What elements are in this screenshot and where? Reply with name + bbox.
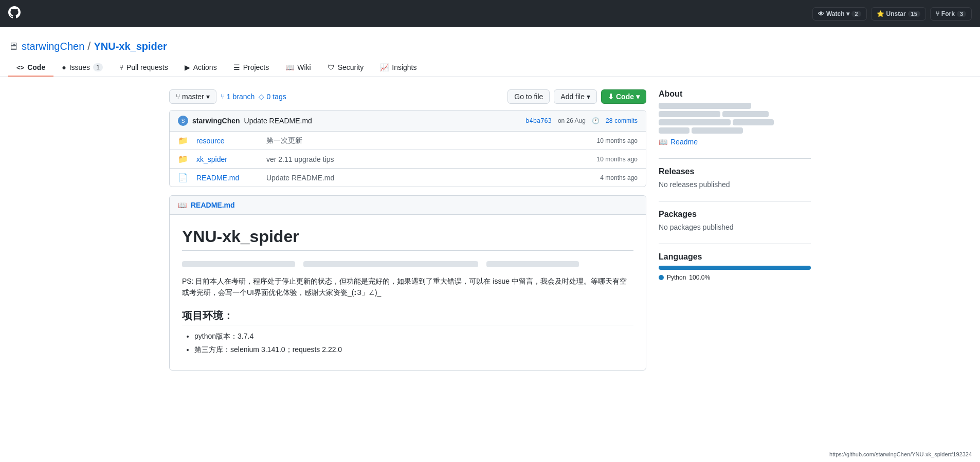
table-row: 📁 resource 第一次更新 10 months ago	[170, 132, 646, 150]
sidebar-divider	[659, 158, 811, 159]
blurred-text	[659, 119, 731, 125]
table-row: 📄 README.md Update README.md 4 months ag…	[170, 169, 646, 187]
blurred-text	[303, 261, 478, 267]
pr-icon: ⑂	[119, 63, 123, 71]
python-lang-dot	[659, 275, 664, 280]
list-item: 第三方库：selenium 3.141.0；requests 2.22.0	[194, 344, 633, 355]
add-file-button[interactable]: Add file ▾	[554, 89, 597, 104]
commit-author-link[interactable]: starwingChen	[192, 117, 240, 125]
readme-link[interactable]: 📖 Readme	[659, 138, 811, 146]
repo-name-link[interactable]: YNU-xk_spider	[94, 41, 167, 52]
language-name: Python	[667, 274, 686, 281]
branch-selector[interactable]: ⑂ master ▾	[169, 89, 216, 104]
sidebar-packages-title: Packages	[659, 210, 811, 219]
commits-count-link[interactable]: 28 commits	[606, 117, 638, 124]
readme-title: YNU-xk_spider	[182, 227, 633, 251]
eye-icon: 👁	[818, 10, 824, 17]
commit-left: S starwingChen Update README.md	[178, 116, 312, 126]
tab-code[interactable]: <> Code	[8, 59, 53, 77]
tab-actions[interactable]: ▶ Actions	[176, 59, 225, 77]
readme-section: 📖 README.md YNU-xk_spider PS: 目前本人在考研，程序…	[169, 195, 646, 371]
folder-icon: 📁	[178, 154, 188, 164]
main-content: ⑂ master ▾ ⑂ 1 branch ◇ 0 tags Go to fil…	[161, 77, 819, 383]
branches-link[interactable]: ⑂ 1 branch	[221, 93, 255, 101]
star-icon: ⭐	[877, 10, 884, 17]
svg-text:S: S	[182, 118, 185, 124]
book-icon: 📖	[178, 201, 187, 209]
repo-nav: <> Code ● Issues 1 ⑂ Pull requests ▶ Act…	[8, 59, 972, 77]
wiki-icon: 📖	[285, 63, 294, 71]
tab-projects[interactable]: ☰ Projects	[225, 59, 278, 77]
branch-left: ⑂ master ▾ ⑂ 1 branch ◇ 0 tags	[169, 89, 286, 104]
add-file-dropdown-icon: ▾	[587, 93, 590, 101]
sidebar-releases: Releases No releases published	[659, 167, 811, 189]
issues-icon: ●	[62, 63, 66, 71]
monitor-icon: 🖥	[8, 41, 19, 52]
sidebar-packages: Packages No packages published	[659, 210, 811, 231]
insights-icon: 📈	[380, 63, 389, 71]
blurred-text	[722, 111, 769, 117]
download-icon: ⬇	[608, 93, 614, 101]
code-icon: <>	[16, 64, 24, 71]
latest-commit-row: S starwingChen Update README.md b4ba763 …	[170, 110, 646, 132]
repo-owner-link[interactable]: starwingChen	[22, 41, 84, 52]
tab-wiki[interactable]: 📖 Wiki	[277, 59, 319, 77]
commit-hash-link[interactable]: b4ba763	[525, 117, 552, 124]
actions-icon: ▶	[185, 63, 190, 71]
tags-link[interactable]: ◇ 0 tags	[259, 93, 286, 101]
branch-bar: ⑂ master ▾ ⑂ 1 branch ◇ 0 tags Go to fil…	[169, 89, 646, 104]
blurred-text	[692, 127, 743, 134]
branch-right: Go to file Add file ▾ ⬇ Code ▾	[507, 89, 646, 104]
sidebar-releases-text: No releases published	[659, 180, 811, 189]
book-icon: 📖	[659, 138, 667, 146]
sidebar-divider	[659, 201, 811, 201]
commit-message: Update README.md	[244, 117, 312, 125]
tab-issues[interactable]: ● Issues 1	[53, 59, 111, 77]
readme-header: 📖 README.md	[170, 196, 646, 215]
code-download-button[interactable]: ⬇ Code ▾	[601, 89, 646, 104]
blurred-text	[659, 111, 720, 117]
clock-icon: 🕐	[592, 117, 600, 124]
sidebar-languages: Languages Python 100.0%	[659, 252, 811, 281]
commit-date: on 26 Aug	[558, 117, 586, 124]
go-to-file-button[interactable]: Go to file	[507, 89, 550, 104]
header-action-buttons: 👁 Watch ▾ 2 ⭐ Unstar 15 ⑂ Fork 3	[812, 7, 972, 21]
folder-icon: 📁	[178, 136, 188, 145]
readme-body: YNU-xk_spider PS: 目前本人在考研，程序处于停止更新的状态，但功…	[170, 215, 646, 370]
language-item-python: Python 100.0%	[659, 274, 811, 281]
readme-env-title: 项目环境：	[182, 309, 633, 325]
file-name-link[interactable]: README.md	[196, 174, 258, 182]
unstar-button[interactable]: ⭐ Unstar 15	[871, 7, 926, 21]
file-name-link[interactable]: resource	[196, 137, 258, 145]
file-icon: 📄	[178, 173, 188, 182]
readme-blurred-section	[182, 259, 633, 269]
sidebar-packages-text: No packages published	[659, 223, 811, 231]
projects-icon: ☰	[233, 63, 240, 71]
file-commit-message: ver 2.11 upgrade tips	[266, 155, 573, 163]
avatar: S	[178, 116, 188, 126]
about-blurred-content	[659, 103, 811, 134]
file-commit-message: Update README.md	[266, 174, 573, 182]
file-modified-time: 10 months ago	[581, 156, 638, 163]
title-separator: /	[87, 40, 90, 53]
tab-security[interactable]: 🛡 Security	[319, 59, 372, 77]
commit-right: b4ba763 on 26 Aug 🕐 28 commits	[525, 117, 638, 124]
fork-icon: ⑂	[936, 10, 939, 17]
repo-header: 🖥 starwingChen / YNU-xk_spider <> Code ●…	[0, 27, 980, 77]
tag-icon: ◇	[259, 93, 264, 101]
tab-pull-requests[interactable]: ⑂ Pull requests	[111, 59, 176, 77]
file-name-link[interactable]: xk_spider	[196, 155, 258, 163]
blurred-text	[182, 261, 295, 267]
sidebar-divider	[659, 244, 811, 244]
table-row: 📁 xk_spider ver 2.11 upgrade tips 10 mon…	[170, 150, 646, 169]
sidebar-about-title: About	[659, 89, 811, 99]
blurred-text	[486, 261, 579, 267]
readme-env-list: python版本：3.7.4 第三方库：selenium 3.141.0；req…	[182, 330, 633, 356]
page-header: 👁 Watch ▾ 2 ⭐ Unstar 15 ⑂ Fork 3	[0, 0, 980, 27]
watch-button[interactable]: 👁 Watch ▾ 2	[812, 7, 867, 21]
readme-filename: README.md	[191, 201, 235, 209]
blurred-text	[659, 127, 689, 134]
tab-insights[interactable]: 📈 Insights	[372, 59, 425, 77]
fork-button[interactable]: ⑂ Fork 3	[930, 7, 972, 21]
repo-content-area: ⑂ master ▾ ⑂ 1 branch ◇ 0 tags Go to fil…	[169, 89, 646, 371]
